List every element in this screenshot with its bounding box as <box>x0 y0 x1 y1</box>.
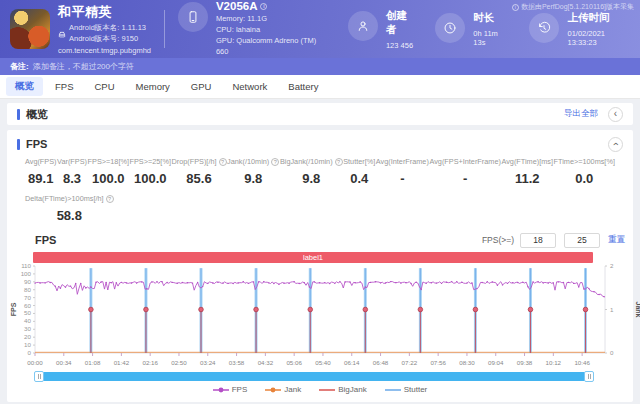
legend-item-bigjank[interactable]: BigJank <box>319 385 366 394</box>
svg-text:04:32: 04:32 <box>258 359 274 366</box>
svg-text:FPS: FPS <box>10 302 17 316</box>
stat-drop_fps-label: Drop(FPS)[/h]? <box>172 157 227 166</box>
svg-text:02:16: 02:16 <box>142 359 158 366</box>
info-icon[interactable]: ? <box>106 195 114 203</box>
section-accent-bar <box>17 109 20 120</box>
note-prefix: 备注: <box>10 61 29 72</box>
tab-gpu[interactable]: GPU <box>182 78 221 95</box>
svg-text:05:06: 05:06 <box>286 359 302 366</box>
device-cpu: CPU: lahaina <box>216 25 322 36</box>
legend-label: BigJank <box>338 385 366 394</box>
legend-label: Jank <box>284 385 301 394</box>
stat-var_fps: Var(FPS)8.3 <box>57 157 87 186</box>
annotation-label: label1 <box>303 253 323 262</box>
stat-fps_ge_25-value: 100.0 <box>130 171 171 186</box>
overview-collapse-button[interactable]: ‹ <box>608 107 623 122</box>
svg-text:00:34: 00:34 <box>56 359 72 366</box>
svg-text:07:22: 07:22 <box>402 359 418 366</box>
device-memory: Memory: 11.1G <box>216 14 322 25</box>
svg-text:90: 90 <box>24 278 31 285</box>
legend-item-stutter[interactable]: Stutter <box>385 385 428 394</box>
stat-avg_interframe-label: Avg(InterFrame) <box>376 157 429 166</box>
section-accent-bar <box>17 139 20 150</box>
svg-text:01:08: 01:08 <box>85 359 101 366</box>
overview-section-header: 概览 导出全部 ‹ <box>7 103 633 125</box>
svg-text:20: 20 <box>24 333 31 340</box>
stat-avg_fps-label: Avg(FPS) <box>25 157 57 166</box>
app-package: com.tencent.tmgp.pubgmhd <box>58 46 151 55</box>
phone-icon <box>178 2 208 32</box>
device-gpu: GPU: Qualcomm Adreno (TM) 660 <box>216 36 322 58</box>
svg-text:09:38: 09:38 <box>517 359 533 366</box>
scrollbar-left-handle[interactable] <box>34 371 44 382</box>
fps-collapse-button[interactable]: › <box>608 137 623 152</box>
stat-bigjank: BigJank(/10min)?9.8 <box>280 157 343 186</box>
stat-avg_ftime-value: 11.2 <box>501 171 552 186</box>
creator-value: 123 456 <box>386 41 413 50</box>
info-icon[interactable]: ? <box>335 158 343 166</box>
app-info: 和平精英 Android版本名: 1.11.13 Android版本号: 915… <box>58 3 151 54</box>
stat-drop_fps-value: 85.6 <box>172 171 227 186</box>
legend-item-fps[interactable]: FPS <box>213 385 248 394</box>
report-header: i 数据由PerfDog[5.1.210116]版本采集 和平精英 Androi… <box>0 0 640 58</box>
svg-text:50: 50 <box>24 309 31 316</box>
stat-avg_interframe-value: - <box>376 171 429 186</box>
stutter-series <box>91 268 586 353</box>
report-body: 概览 导出全部 ‹ FPS › Avg(FPS)89.1Var(FPS)8.3F… <box>0 99 640 402</box>
legend-label: FPS <box>232 385 248 394</box>
svg-text:06:14: 06:14 <box>344 359 360 366</box>
android-version-name: Android版本名: 1.11.13 <box>69 23 146 33</box>
chart-title: FPS <box>35 234 56 246</box>
svg-text:80: 80 <box>24 286 31 293</box>
stat-stutter: Stutter[%]0.4 <box>343 157 375 186</box>
stat-stutter-value: 0.4 <box>343 171 375 186</box>
svg-text:30: 30 <box>24 325 31 332</box>
header-divider <box>164 10 165 48</box>
fps-stats-row-2: Delta(FTime)>100ms[/h]?58.8 <box>7 194 633 223</box>
svg-text:09:04: 09:04 <box>488 359 504 366</box>
fps-threshold-label: FPS(>=) <box>482 235 514 245</box>
fps-line-chart[interactable]: 010203040506070809010011001200:0000:3401… <box>7 263 640 371</box>
chart-annotation-band: label1 <box>33 252 593 263</box>
chart-scrollbar[interactable] <box>35 372 593 381</box>
user-icon <box>348 11 378 41</box>
stat-fps_ge_25-label: FPS>=25[%] <box>130 157 171 166</box>
upload-time-label: 上传时间 <box>567 11 630 25</box>
tab-overview[interactable]: 概览 <box>6 77 43 96</box>
svg-text:0: 0 <box>610 349 614 356</box>
tab-fps[interactable]: FPS <box>46 78 82 95</box>
fps-section: FPS › Avg(FPS)89.1Var(FPS)8.3FPS>=18[%]1… <box>7 130 633 402</box>
legend-item-jank[interactable]: Jank <box>265 385 301 394</box>
stat-var_fps-label: Var(FPS) <box>57 157 87 166</box>
fps-threshold-input-1[interactable] <box>520 233 556 248</box>
tab-memory[interactable]: Memory <box>127 78 179 95</box>
note-placeholder: 添加备注，不超过200个字符 <box>33 61 134 72</box>
creator-info: 创建者 123 456 <box>348 9 413 50</box>
stat-avg_fps_interframe-value: - <box>429 171 500 186</box>
scrollbar-right-handle[interactable] <box>584 371 594 382</box>
stat-avg_fps_interframe: Avg(FPS+InterFrame)- <box>429 157 500 186</box>
info-icon[interactable]: ? <box>271 158 279 166</box>
svg-text:70: 70 <box>24 294 31 301</box>
note-bar[interactable]: 备注: 添加备注，不超过200个字符 <box>0 58 640 75</box>
duration-label: 时长 <box>473 11 507 25</box>
device-model: V2056A <box>216 0 258 12</box>
clock-icon <box>435 13 465 43</box>
stat-fps_ge_18-label: FPS>=18[%] <box>88 157 129 166</box>
svg-text:10: 10 <box>24 341 31 348</box>
tab-cpu[interactable]: CPU <box>85 78 123 95</box>
app-name: 和平精英 <box>58 3 151 21</box>
device-info-icon[interactable]: i <box>260 3 267 10</box>
tab-battery[interactable]: Battery <box>279 78 327 95</box>
creator-label: 创建者 <box>386 9 413 37</box>
fps-section-header: FPS › <box>7 135 633 153</box>
chart-controls: FPS FPS(>=) 重置 <box>7 231 633 249</box>
fps-threshold-input-2[interactable] <box>564 233 600 248</box>
info-icon[interactable]: ? <box>219 158 227 166</box>
svg-text:Jank: Jank <box>635 302 640 318</box>
stat-jank-value: 9.8 <box>227 171 279 186</box>
svg-text:03:58: 03:58 <box>229 359 245 366</box>
export-all-link[interactable]: 导出全部 <box>564 108 598 120</box>
reset-link[interactable]: 重置 <box>608 234 625 246</box>
tab-network[interactable]: Network <box>223 78 276 95</box>
